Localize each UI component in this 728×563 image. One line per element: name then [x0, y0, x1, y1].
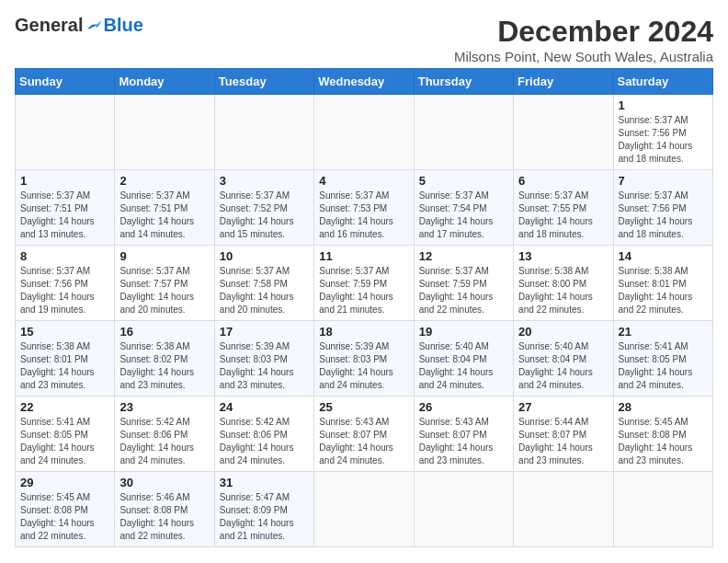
table-row: 19 Sunrise: 5:40 AM Sunset: 8:04 PM Dayl…	[414, 321, 513, 396]
table-row	[514, 95, 613, 170]
table-row: 1 Sunrise: 5:37 AM Sunset: 7:51 PM Dayli…	[16, 170, 115, 246]
table-row: 31 Sunrise: 5:47 AM Sunset: 8:09 PM Dayl…	[214, 472, 313, 547]
table-row: 17 Sunrise: 5:39 AM Sunset: 8:03 PM Dayl…	[214, 321, 313, 396]
day-number: 5	[419, 174, 508, 188]
table-row	[514, 472, 613, 547]
calendar-table: SundayMondayTuesdayWednesdayThursdayFrid…	[15, 68, 713, 547]
day-number: 29	[20, 476, 109, 489]
table-row	[214, 95, 313, 170]
day-info: Sunrise: 5:42 AM Sunset: 8:06 PM Dayligh…	[220, 416, 309, 467]
table-row: 2 Sunrise: 5:37 AM Sunset: 7:51 PM Dayli…	[115, 170, 214, 246]
day-number: 26	[419, 400, 508, 414]
table-row: 13 Sunrise: 5:38 AM Sunset: 8:00 PM Dayl…	[514, 246, 613, 321]
day-info: Sunrise: 5:44 AM Sunset: 8:07 PM Dayligh…	[518, 416, 608, 467]
day-info: Sunrise: 5:46 AM Sunset: 8:08 PM Dayligh…	[119, 491, 209, 543]
logo-bird-icon	[85, 17, 103, 35]
table-row: 12 Sunrise: 5:37 AM Sunset: 7:59 PM Dayl…	[414, 246, 513, 321]
table-row	[414, 95, 513, 170]
day-number: 21	[619, 325, 708, 339]
day-info: Sunrise: 5:38 AM Sunset: 8:01 PM Dayligh…	[20, 340, 109, 392]
header-thursday: Thursday	[414, 69, 513, 95]
month-title: December 2024	[454, 15, 713, 49]
day-info: Sunrise: 5:41 AM Sunset: 8:05 PM Dayligh…	[619, 340, 708, 392]
calendar-week-1: 1 Sunrise: 5:37 AM Sunset: 7:56 PM Dayli…	[16, 95, 713, 170]
day-info: Sunrise: 5:37 AM Sunset: 7:59 PM Dayligh…	[419, 265, 508, 316]
table-row: 4 Sunrise: 5:37 AM Sunset: 7:53 PM Dayli…	[314, 170, 414, 246]
table-row: 23 Sunrise: 5:42 AM Sunset: 8:06 PM Dayl…	[115, 396, 214, 472]
day-info: Sunrise: 5:40 AM Sunset: 8:04 PM Dayligh…	[419, 340, 508, 392]
day-info: Sunrise: 5:38 AM Sunset: 8:01 PM Dayligh…	[619, 265, 708, 316]
day-info: Sunrise: 5:37 AM Sunset: 7:51 PM Dayligh…	[119, 190, 209, 241]
day-number: 24	[220, 400, 309, 414]
table-row: 28 Sunrise: 5:45 AM Sunset: 8:08 PM Dayl…	[613, 396, 712, 472]
day-number: 17	[220, 325, 309, 339]
day-number: 25	[319, 400, 408, 414]
day-number: 13	[518, 249, 608, 263]
day-info: Sunrise: 5:37 AM Sunset: 7:56 PM Dayligh…	[619, 114, 708, 166]
day-info: Sunrise: 5:37 AM Sunset: 7:58 PM Dayligh…	[220, 265, 309, 316]
day-info: Sunrise: 5:39 AM Sunset: 8:03 PM Dayligh…	[220, 340, 309, 392]
table-row	[414, 472, 513, 547]
day-info: Sunrise: 5:37 AM Sunset: 7:57 PM Dayligh…	[119, 265, 209, 316]
day-number: 2	[119, 174, 209, 188]
table-row: 27 Sunrise: 5:44 AM Sunset: 8:07 PM Dayl…	[514, 396, 613, 472]
table-row: 20 Sunrise: 5:40 AM Sunset: 8:04 PM Dayl…	[514, 321, 613, 396]
logo-blue-text: Blue	[103, 15, 142, 36]
header: General Blue December 2024 Milsons Point…	[15, 15, 713, 64]
day-number: 18	[319, 325, 408, 339]
day-number: 27	[518, 400, 608, 414]
day-number: 15	[20, 325, 109, 339]
calendar-week-5: 22 Sunrise: 5:41 AM Sunset: 8:05 PM Dayl…	[16, 396, 713, 472]
table-row: 5 Sunrise: 5:37 AM Sunset: 7:54 PM Dayli…	[414, 170, 513, 246]
day-number: 4	[319, 174, 408, 188]
day-info: Sunrise: 5:39 AM Sunset: 8:03 PM Dayligh…	[319, 340, 408, 392]
table-row: 22 Sunrise: 5:41 AM Sunset: 8:05 PM Dayl…	[16, 396, 115, 472]
day-number: 10	[220, 249, 309, 263]
day-number: 22	[20, 400, 109, 414]
calendar-week-2: 1 Sunrise: 5:37 AM Sunset: 7:51 PM Dayli…	[16, 170, 713, 246]
table-row: 3 Sunrise: 5:37 AM Sunset: 7:52 PM Dayli…	[214, 170, 313, 246]
day-info: Sunrise: 5:38 AM Sunset: 8:00 PM Dayligh…	[518, 265, 608, 316]
header-tuesday: Tuesday	[214, 69, 313, 95]
day-info: Sunrise: 5:38 AM Sunset: 8:02 PM Dayligh…	[119, 340, 209, 392]
table-row: 18 Sunrise: 5:39 AM Sunset: 8:03 PM Dayl…	[314, 321, 414, 396]
table-row: 16 Sunrise: 5:38 AM Sunset: 8:02 PM Dayl…	[115, 321, 214, 396]
day-number: 6	[518, 174, 608, 188]
day-info: Sunrise: 5:37 AM Sunset: 7:54 PM Dayligh…	[419, 190, 508, 241]
calendar-header-row: SundayMondayTuesdayWednesdayThursdayFrid…	[16, 69, 713, 95]
table-row	[115, 95, 214, 170]
day-number: 1	[20, 174, 109, 188]
day-info: Sunrise: 5:43 AM Sunset: 8:07 PM Dayligh…	[319, 416, 408, 467]
header-monday: Monday	[115, 69, 214, 95]
table-row: 15 Sunrise: 5:38 AM Sunset: 8:01 PM Dayl…	[16, 321, 115, 396]
day-number: 12	[419, 249, 508, 263]
table-row: 9 Sunrise: 5:37 AM Sunset: 7:57 PM Dayli…	[115, 246, 214, 321]
day-info: Sunrise: 5:37 AM Sunset: 7:53 PM Dayligh…	[319, 190, 408, 241]
day-number: 9	[119, 249, 209, 263]
table-row: 11 Sunrise: 5:37 AM Sunset: 7:59 PM Dayl…	[314, 246, 414, 321]
table-row	[613, 472, 712, 547]
table-row: 24 Sunrise: 5:42 AM Sunset: 8:06 PM Dayl…	[214, 396, 313, 472]
day-info: Sunrise: 5:43 AM Sunset: 8:07 PM Dayligh…	[419, 416, 508, 467]
header-wednesday: Wednesday	[314, 69, 414, 95]
day-number: 20	[518, 325, 608, 339]
day-info: Sunrise: 5:42 AM Sunset: 8:06 PM Dayligh…	[119, 416, 209, 467]
day-info: Sunrise: 5:37 AM Sunset: 7:52 PM Dayligh…	[220, 190, 309, 241]
day-info: Sunrise: 5:41 AM Sunset: 8:05 PM Dayligh…	[20, 416, 109, 467]
day-number: 28	[619, 400, 708, 414]
day-number: 19	[419, 325, 508, 339]
day-number: 16	[119, 325, 209, 339]
day-info: Sunrise: 5:45 AM Sunset: 8:08 PM Dayligh…	[619, 416, 708, 467]
day-number: 1	[619, 98, 708, 112]
day-number: 23	[119, 400, 209, 414]
table-row: 10 Sunrise: 5:37 AM Sunset: 7:58 PM Dayl…	[214, 246, 313, 321]
title-area: December 2024 Milsons Point, New South W…	[454, 15, 713, 64]
day-info: Sunrise: 5:37 AM Sunset: 7:56 PM Dayligh…	[20, 265, 109, 316]
day-info: Sunrise: 5:45 AM Sunset: 8:08 PM Dayligh…	[20, 491, 109, 543]
table-row: 1 Sunrise: 5:37 AM Sunset: 7:56 PM Dayli…	[613, 95, 712, 170]
header-sunday: Sunday	[16, 69, 115, 95]
table-row: 26 Sunrise: 5:43 AM Sunset: 8:07 PM Dayl…	[414, 396, 513, 472]
day-info: Sunrise: 5:37 AM Sunset: 7:55 PM Dayligh…	[518, 190, 608, 241]
table-row: 8 Sunrise: 5:37 AM Sunset: 7:56 PM Dayli…	[16, 246, 115, 321]
table-row: 25 Sunrise: 5:43 AM Sunset: 8:07 PM Dayl…	[314, 396, 414, 472]
